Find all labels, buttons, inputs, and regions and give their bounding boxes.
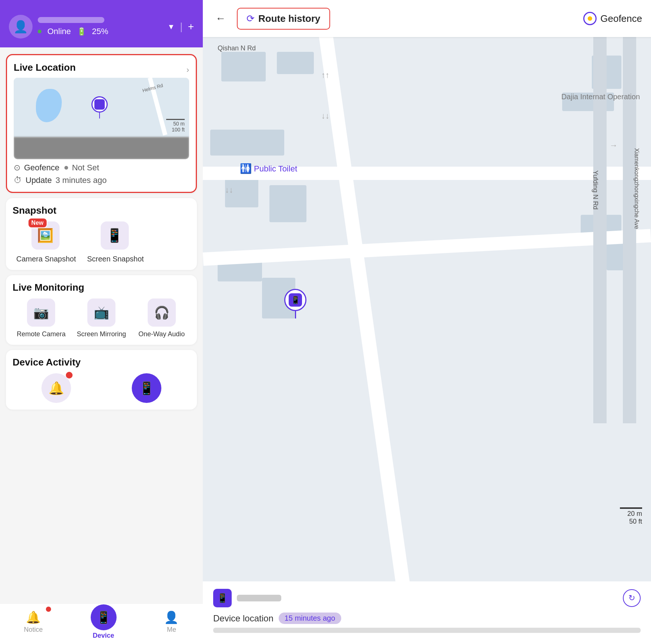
scale-bar [166,119,185,120]
screen-snapshot-item[interactable]: 📱 Screen Snapshot [87,221,144,263]
device-pin-inner: 📱 [289,293,302,307]
activity-icon-2: 📱 [132,373,161,403]
building-1 [221,52,266,81]
remote-camera-label: Remote Camera [17,330,66,338]
snapshot-grid: 🖼️ New Camera Snapshot 📱 Screen Snapshot [13,221,190,263]
snapshot-card: Snapshot 🖼️ New Camera Snapshot 📱 Screen… [6,198,197,270]
one-way-audio-icon: 🎧 [148,298,176,327]
route-history-icon: ⟳ [246,13,255,24]
avatar-icon: 👤 [13,20,28,34]
device-location-label: Device location [213,613,274,624]
battery-label: 25% [92,27,108,36]
location-blob [36,89,62,122]
device-pin-map[interactable]: 📱 [284,289,306,318]
scale-bar-full [620,507,642,509]
building-2 [277,52,314,74]
road-name-xiamen: Xiamenkongzhongxingche Ave [633,148,640,229]
device-label: Device [93,632,114,640]
dropdown-button[interactable]: ▼ [168,23,175,31]
building-5 [210,130,284,156]
scale-50m: 50 m [173,121,185,127]
right-map-panel: Qishan N Rd Yufding N Rd Xiamenkongzhong… [203,0,651,644]
monitor-grid: 📷 Remote Camera 📺 Screen Mirroring 🎧 One… [13,298,190,338]
activity-item-1[interactable]: 🔔 [15,373,98,403]
header-status: Online 🔋 25% [38,27,162,36]
screen-mirroring-item[interactable]: 📺 Screen Mirroring [75,298,128,338]
one-way-audio-item[interactable]: 🎧 One-Way Audio [135,298,188,338]
route-history-button[interactable]: ⟳ Route history [237,8,330,30]
scale-50ft: 50 ft [629,518,642,525]
update-row: ⏱ Update 3 minutes ago [14,176,189,185]
username-blur [38,17,104,23]
nav-arrow-4: → [610,141,618,150]
new-badge: New [28,218,47,228]
map-address-strip [14,137,189,159]
building-7 [269,185,306,222]
online-dot [38,30,41,33]
one-way-audio-label: One-Way Audio [138,330,185,338]
live-location-card[interactable]: Live Location › Helms Rd [6,54,197,193]
me-icon: 👤 [164,610,179,624]
nav-device[interactable]: 📱 Device [83,601,124,643]
geofence-dot [588,16,592,21]
refresh-button[interactable]: ↻ [623,589,641,607]
nav-me[interactable]: 👤 Me [157,607,186,637]
online-label: Online [47,27,71,36]
left-panel: 👤 Online 🔋 25% ▼ | + Live Location › [0,0,203,644]
scale-20m: 20 m [627,510,642,517]
public-toilet-poi: 🚻 Public Toilet [240,163,297,174]
nav-notice[interactable]: 🔔 Notice [16,607,50,637]
device-info-row: 📱 ↻ [213,589,641,607]
location-meta: ⊙ Geofence Not Set ⏱ Update 3 minutes ag… [14,163,189,185]
snapshot-title: Snapshot [13,205,56,216]
pin-inner [94,99,105,110]
update-label: Update [26,176,52,185]
geofence-button[interactable]: Geofence [583,12,642,25]
device-pin-circle: 📱 [284,289,306,311]
device-activity-title: Device Activity [13,357,81,368]
screen-snapshot-label: Screen Snapshot [87,255,144,263]
avatar[interactable]: 👤 [9,15,33,39]
road-name-yufding: Yufding N Rd [591,170,599,210]
activity-icon-wrap-1: 🔔 [41,373,71,403]
scale-100ft: 100 ft [172,127,185,133]
add-device-button[interactable]: + [188,21,194,33]
geofence-label: Geofence [24,163,59,173]
device-location-row: Device location 15 minutes ago [213,613,641,624]
pin-circle [91,96,108,113]
map-full-bg: Qishan N Rd Yufding N Rd Xiamenkongzhong… [203,0,651,644]
battery-icon: 🔋 [77,27,86,36]
route-history-label: Route history [258,13,321,24]
live-location-title: Live Location [14,62,76,73]
activity-item-2[interactable]: 📱 [105,373,188,403]
geofence-status-dot [64,166,68,170]
activity-icon-1: 🔔 [41,373,71,403]
camera-snapshot-item[interactable]: 🖼️ New Camera Snapshot [16,221,76,263]
header-divider: | [180,21,182,33]
back-button[interactable]: ← [212,10,229,27]
screen-snapshot-icon-wrap: 📱 [101,221,130,251]
live-location-chevron[interactable]: › [187,65,189,75]
header-info: Online 🔋 25% [38,17,162,36]
remote-camera-item[interactable]: 📷 Remote Camera [15,298,68,338]
notification-dot [66,372,73,378]
content-scroll: Live Location › Helms Rd [0,47,203,603]
map-road-vertical-1 [314,0,417,639]
road-name-qishan: Qishan N Rd [218,44,256,52]
update-icon: ⏱ [14,176,22,185]
device-map-pin [91,96,108,119]
screen-mirroring-icon: 📺 [87,298,115,327]
bottom-nav: 🔔 Notice 📱 Device 👤 Me [0,603,203,644]
remote-camera-icon: 📷 [27,298,55,327]
geofence-icon: ⊙ [14,163,20,173]
camera-snapshot-label: Camera Snapshot [16,255,76,263]
nav-arrow-3: ↓↓ [225,185,233,195]
live-location-map[interactable]: Helms Rd 50 m 100 ft [14,78,189,159]
public-toilet-label: Public Toilet [254,164,297,174]
activity-grid: 🔔 📱 [13,373,190,403]
notice-icon: 🔔 [26,610,41,624]
live-monitoring-title: Live Monitoring [13,282,84,293]
camera-snapshot-icon-wrap: 🖼️ New [31,221,61,251]
device-pin-stem [295,311,296,318]
time-ago-badge: 15 minutes ago [279,613,341,624]
